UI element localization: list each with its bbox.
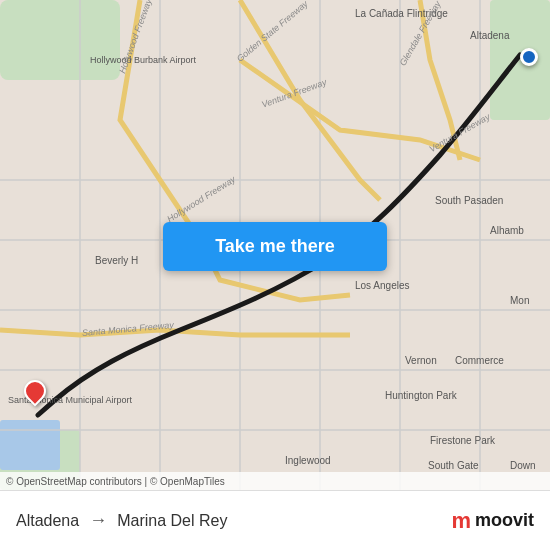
take-me-there-button[interactable]: Take me there xyxy=(163,222,387,271)
moovit-m-icon: m xyxy=(451,508,471,534)
route-arrow-icon: → xyxy=(89,510,107,531)
route-info: Altadena → Marina Del Rey xyxy=(16,510,227,531)
moovit-logo: m moovit xyxy=(451,508,534,534)
end-pin xyxy=(24,380,46,402)
origin-label: Altadena xyxy=(16,512,79,530)
destination-label: Marina Del Rey xyxy=(117,512,227,530)
moovit-text: moovit xyxy=(475,510,534,531)
bottom-bar: Altadena → Marina Del Rey m moovit xyxy=(0,490,550,550)
map-attribution: © OpenStreetMap contributors | © OpenMap… xyxy=(0,472,550,490)
map-container: La Cañada Flintridge Altadena Hollywood … xyxy=(0,0,550,490)
start-pin xyxy=(520,48,538,66)
